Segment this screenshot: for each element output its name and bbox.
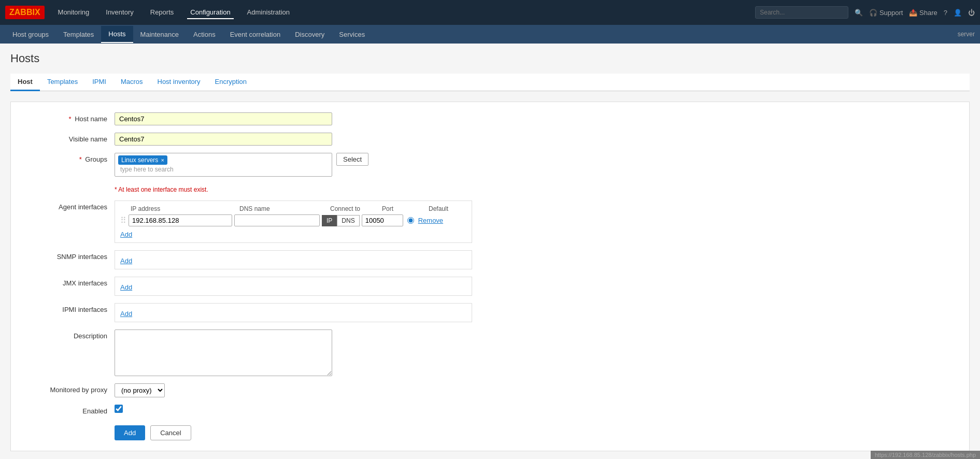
connect-buttons: IP DNS	[322, 215, 360, 226]
subnav-event-correlation[interactable]: Event correlation	[223, 26, 288, 42]
remove-agent-link[interactable]: Remove	[418, 217, 443, 224]
tab-encryption[interactable]: Encryption	[208, 74, 254, 91]
logo[interactable]: ZABBIX	[5, 6, 45, 19]
agent-interfaces-row: Agent interfaces IP address DNS name Con…	[21, 200, 959, 243]
cancel-button[interactable]: Cancel	[150, 425, 191, 440]
server-label: server	[958, 31, 975, 38]
required-star: *	[68, 115, 71, 123]
snmp-interface-group: Add	[115, 250, 472, 269]
form-actions: Add Cancel	[21, 425, 959, 440]
enabled-row: Enabled	[21, 405, 959, 415]
agent-interface-row: ⠿ IP DNS Remove	[120, 214, 466, 226]
groups-label: * Groups	[21, 153, 115, 163]
col-port-label: Port	[382, 205, 429, 212]
add-button[interactable]: Add	[115, 425, 145, 440]
warning-spacer	[21, 184, 115, 187]
snmp-interfaces-row: SNMP interfaces Add	[21, 250, 959, 269]
warning-row: * At least one interface must exist.	[21, 184, 959, 193]
subnav-hosts[interactable]: Hosts	[101, 26, 133, 43]
host-form: * Host name Visible name * Groups Linux …	[10, 102, 970, 451]
subnav-actions[interactable]: Actions	[186, 26, 223, 42]
col-default-label: Default	[429, 205, 465, 212]
add-agent-interface-link[interactable]: Add	[120, 231, 132, 238]
nav-monitoring[interactable]: Monitoring	[55, 6, 93, 19]
top-nav-links: Monitoring Inventory Reports Configurati…	[55, 6, 756, 19]
sub-nav: Host groups Templates Hosts Maintenance …	[0, 25, 980, 44]
drag-handle[interactable]: ⠿	[120, 216, 126, 225]
ipmi-interface-group: Add	[115, 303, 472, 322]
proxy-label: Monitored by proxy	[21, 383, 115, 394]
page-content: Hosts Host Templates IPMI Macros Host in…	[0, 44, 980, 459]
tab-macros[interactable]: Macros	[113, 74, 150, 91]
select-button[interactable]: Select	[336, 153, 368, 166]
visible-name-row: Visible name	[21, 133, 959, 146]
col-dns-label: DNS name	[239, 205, 330, 212]
tab-host[interactable]: Host	[10, 74, 40, 91]
col-ip-label: IP address	[131, 205, 239, 212]
host-name-label: * Host name	[21, 112, 115, 123]
subnav-templates[interactable]: Templates	[56, 26, 101, 42]
group-tag-remove[interactable]: ×	[161, 157, 164, 163]
help-icon[interactable]: ?	[944, 9, 947, 17]
top-nav: ZABBIX Monitoring Inventory Reports Conf…	[0, 0, 980, 25]
nav-administration[interactable]: Administration	[244, 6, 293, 19]
default-radio[interactable]	[407, 217, 414, 224]
add-jmx-interface-link[interactable]: Add	[120, 283, 132, 291]
host-name-input[interactable]	[115, 112, 332, 125]
enabled-label: Enabled	[21, 405, 115, 415]
groups-container: Linux servers × type here to search Sele…	[115, 153, 368, 177]
subnav-discovery[interactable]: Discovery	[288, 26, 332, 42]
subnav-maintenance[interactable]: Maintenance	[133, 26, 186, 42]
logo-z: Z	[9, 8, 15, 17]
proxy-row: Monitored by proxy (no proxy)	[21, 383, 959, 397]
user-icon[interactable]: 👤	[954, 9, 962, 17]
nav-reports[interactable]: Reports	[147, 6, 177, 19]
interface-warning: * At least one interface must exist.	[115, 186, 208, 193]
agent-interface-group: IP address DNS name Connect to Port Defa…	[115, 200, 472, 243]
support-link[interactable]: 🎧 Support	[869, 9, 903, 17]
search-input[interactable]	[755, 6, 848, 19]
search-icon[interactable]: 🔍	[855, 9, 863, 17]
agent-dns-input[interactable]	[234, 214, 320, 226]
tab-templates[interactable]: Templates	[40, 74, 85, 91]
share-link[interactable]: 📤 Share	[909, 9, 937, 17]
required-star-groups: *	[79, 155, 82, 163]
groups-row: * Groups Linux servers × type here to se…	[21, 153, 959, 177]
tab-ipmi[interactable]: IPMI	[85, 74, 113, 91]
jmx-interface-group: Add	[115, 277, 472, 296]
nav-inventory[interactable]: Inventory	[103, 6, 136, 19]
add-snmp-interface-link[interactable]: Add	[120, 257, 132, 265]
tab-host-inventory[interactable]: Host inventory	[150, 74, 208, 91]
visible-name-label: Visible name	[21, 133, 115, 143]
description-row: Description	[21, 329, 959, 376]
agent-ip-input[interactable]	[129, 214, 232, 226]
power-icon[interactable]: ⏻	[968, 9, 975, 17]
groups-input-area[interactable]: Linux servers × type here to search	[115, 153, 332, 177]
interface-header: IP address DNS name Connect to Port Defa…	[120, 205, 466, 212]
add-ipmi-interface-link[interactable]: Add	[120, 310, 132, 318]
logo-abbix: ABBIX	[15, 8, 40, 17]
enabled-checkbox[interactable]	[115, 405, 123, 413]
col-connect-label: Connect to	[330, 205, 382, 212]
description-label: Description	[21, 329, 115, 340]
proxy-select[interactable]: (no proxy)	[115, 383, 165, 397]
group-tag-linux: Linux servers ×	[118, 155, 167, 165]
snmp-interfaces-label: SNMP interfaces	[21, 250, 115, 261]
jmx-interfaces-label: JMX interfaces	[21, 277, 115, 287]
nav-configuration[interactable]: Configuration	[187, 6, 233, 19]
tabs: Host Templates IPMI Macros Host inventor…	[10, 74, 970, 91]
agent-interfaces-container: IP address DNS name Connect to Port Defa…	[115, 200, 472, 243]
visible-name-input[interactable]	[115, 133, 332, 146]
ipmi-interfaces-row: IPMI interfaces Add	[21, 303, 959, 322]
connect-ip-btn[interactable]: IP	[322, 215, 337, 226]
top-nav-right: 🔍 🎧 Support 📤 Share ? 👤 ⏻	[755, 6, 975, 19]
description-textarea[interactable]	[115, 329, 332, 376]
subnav-host-groups[interactable]: Host groups	[5, 26, 56, 42]
subnav-services[interactable]: Services	[332, 26, 372, 42]
connect-dns-btn[interactable]: DNS	[337, 215, 359, 226]
host-name-row: * Host name	[21, 112, 959, 125]
page-title: Hosts	[10, 52, 970, 65]
jmx-interfaces-row: JMX interfaces Add	[21, 277, 959, 296]
agent-port-input[interactable]	[362, 214, 403, 226]
agent-interfaces-label: Agent interfaces	[21, 200, 115, 211]
